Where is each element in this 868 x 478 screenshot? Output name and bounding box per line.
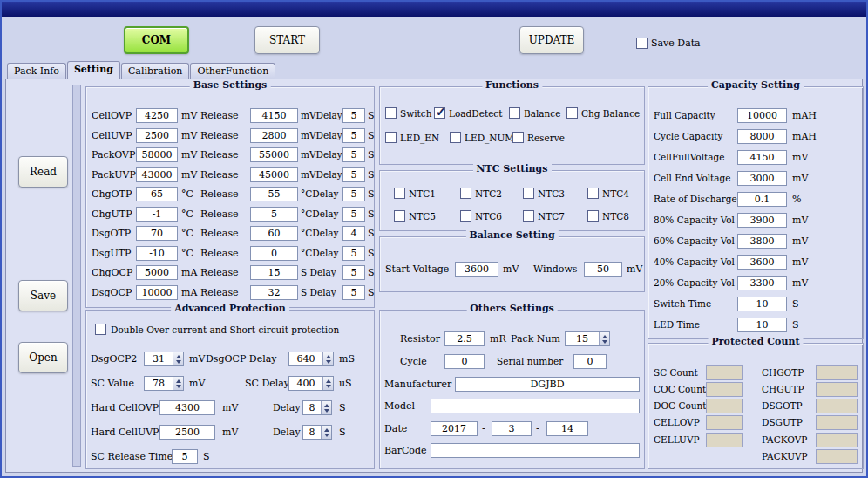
ntc8-checkbox-item[interactable]: NTC8 [587, 209, 629, 222]
release-input[interactable] [250, 108, 298, 123]
param-input[interactable] [136, 147, 178, 162]
capacity-input[interactable] [737, 150, 787, 165]
delay-input[interactable] [342, 147, 365, 162]
release-input[interactable] [250, 265, 298, 280]
release-input[interactable] [250, 246, 298, 261]
tab-other-function[interactable]: OtherFunction [190, 63, 275, 79]
manufacturer-input[interactable] [455, 377, 640, 392]
sc-value-spinner[interactable]: 78 [144, 376, 184, 391]
release-input[interactable] [250, 128, 298, 143]
function-loaddetect-checkbox[interactable] [434, 107, 445, 119]
param-input[interactable] [136, 187, 178, 201]
hard-celluvp-input[interactable] [159, 425, 215, 440]
delay-input[interactable] [342, 128, 365, 143]
update-button[interactable]: UPDATE [519, 26, 584, 54]
delay-input[interactable] [342, 285, 365, 300]
param-input[interactable] [136, 246, 178, 261]
release-input[interactable] [250, 187, 298, 201]
function-loaddetect-checkbox-item[interactable]: LoadDetect [434, 106, 502, 120]
function-balance-checkbox[interactable] [509, 107, 520, 119]
splitter[interactable] [72, 85, 81, 467]
ntc2-checkbox-item[interactable]: NTC2 [460, 187, 502, 200]
capacity-input[interactable] [737, 129, 787, 144]
ntc1-checkbox[interactable] [394, 188, 405, 199]
delay-input[interactable] [342, 265, 365, 280]
delay-input[interactable] [342, 167, 365, 182]
sc-delay-spinner[interactable]: 400 [288, 376, 334, 391]
resistor-input[interactable] [444, 331, 485, 346]
title-bar[interactable] [2, 2, 866, 17]
release-input[interactable] [250, 147, 298, 162]
param-input[interactable] [136, 128, 178, 143]
spinner-up-icon[interactable] [602, 335, 607, 338]
open-button[interactable]: Open [18, 342, 68, 373]
ntc4-checkbox[interactable] [587, 188, 599, 199]
spinner-down-icon[interactable] [176, 385, 181, 388]
function-reserve-checkbox-item[interactable]: Reserve [512, 131, 565, 144]
spinner-down-icon[interactable] [324, 409, 329, 413]
save-button[interactable]: Save [18, 280, 68, 311]
com-button[interactable]: COM [124, 26, 189, 54]
spinner-down-icon[interactable] [324, 434, 329, 437]
spinner-up-icon[interactable] [324, 428, 329, 432]
param-input[interactable] [136, 265, 178, 280]
ntc5-checkbox-item[interactable]: NTC5 [394, 209, 436, 222]
spinner-up-icon[interactable] [324, 404, 329, 407]
capacity-input[interactable] [737, 255, 787, 270]
capacity-input[interactable] [737, 318, 787, 332]
release-input[interactable] [250, 207, 298, 222]
windows-input[interactable] [584, 262, 622, 277]
model-input[interactable] [431, 399, 640, 413]
ntc7-checkbox-item[interactable]: NTC7 [523, 209, 565, 222]
spinner-down-icon[interactable] [326, 385, 331, 388]
barcode-input[interactable] [431, 443, 640, 458]
read-button[interactable]: Read [18, 156, 68, 188]
ntc6-checkbox[interactable] [460, 210, 471, 222]
tab-pack-info[interactable]: Pack Info [7, 63, 66, 79]
ntc7-checkbox[interactable] [523, 210, 534, 222]
ntc4-checkbox-item[interactable]: NTC4 [587, 187, 629, 200]
ntc1-checkbox-item[interactable]: NTC1 [394, 187, 436, 200]
spinner-buttons[interactable] [322, 352, 333, 365]
function-led-en-checkbox-item[interactable]: LED_EN [385, 131, 439, 144]
release-input[interactable] [250, 285, 298, 300]
dsgocp2-spinner[interactable]: 31 [144, 352, 184, 366]
ntc5-checkbox[interactable] [394, 210, 405, 222]
param-input[interactable] [136, 108, 178, 123]
function-balance-checkbox-item[interactable]: Balance [509, 106, 560, 120]
function-switch-checkbox[interactable] [385, 107, 397, 119]
function-chg-balance-checkbox[interactable] [566, 107, 578, 119]
hard-ovp-delay-spinner[interactable]: 8 [302, 400, 332, 415]
save-data-checkbox-item[interactable]: Save Data [636, 37, 701, 50]
release-input[interactable] [250, 167, 298, 182]
delay-input[interactable] [342, 246, 365, 261]
param-input[interactable] [136, 285, 178, 300]
capacity-input[interactable] [737, 297, 787, 311]
capacity-input[interactable] [737, 276, 787, 290]
spinner-down-icon[interactable] [602, 340, 607, 344]
spinner-up-icon[interactable] [176, 379, 181, 383]
function-chg-balance-checkbox-item[interactable]: Chg Balance [566, 106, 640, 120]
capacity-input[interactable] [737, 213, 787, 228]
ntc6-checkbox-item[interactable]: NTC6 [460, 209, 502, 222]
param-input[interactable] [136, 167, 178, 182]
hard-uvp-delay-spinner[interactable]: 8 [302, 425, 332, 440]
cycle-input[interactable] [444, 354, 485, 369]
param-input[interactable] [136, 207, 178, 222]
capacity-input[interactable] [737, 234, 787, 249]
delay-input[interactable] [342, 108, 365, 123]
spinner-up-icon[interactable] [326, 355, 331, 358]
start-voltage-input[interactable] [455, 262, 498, 277]
function-led-en-checkbox[interactable] [385, 132, 397, 143]
ntc2-checkbox[interactable] [460, 188, 471, 199]
date-month-input[interactable] [492, 421, 532, 436]
pack-num-spinner[interactable]: 15 [565, 331, 610, 346]
spinner-buttons[interactable] [322, 377, 333, 390]
delay-input[interactable] [342, 226, 365, 241]
function-led-num-checkbox-item[interactable]: LED_NUM [450, 131, 514, 144]
tab-calibration[interactable]: Calibration [121, 63, 190, 79]
spinner-up-icon[interactable] [176, 355, 181, 358]
date-day-input[interactable] [546, 421, 588, 436]
spinner-buttons[interactable] [321, 426, 331, 439]
function-led-num-checkbox[interactable] [450, 132, 461, 143]
